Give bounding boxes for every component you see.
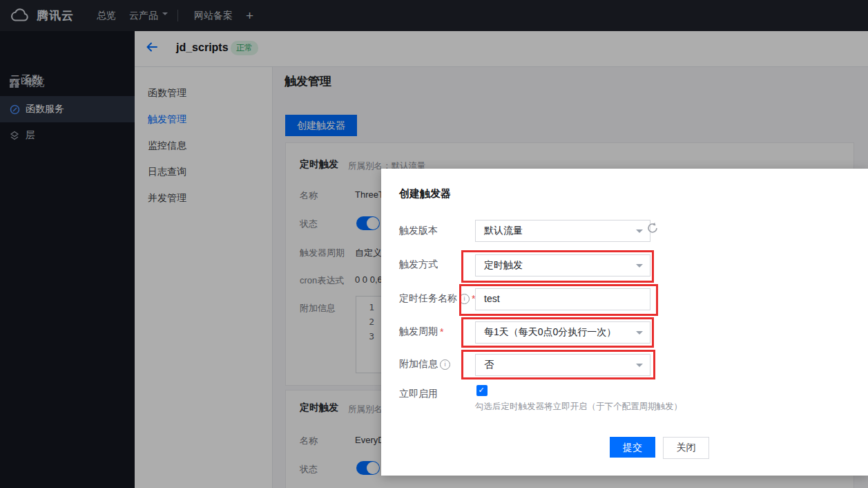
refresh-icon[interactable]	[646, 222, 659, 237]
info-icon[interactable]	[459, 294, 470, 304]
required-asterisk: *	[440, 326, 443, 337]
method-select[interactable]: 定时触发	[475, 254, 650, 276]
task-name-label: 定时任务名称 *	[399, 292, 475, 305]
method-select-value: 定时触发	[484, 259, 523, 270]
cycle-select[interactable]: 每1天（每天0点0分执行一次）	[475, 321, 650, 344]
modal-title: 创建触发器	[399, 187, 451, 200]
extra-label: 附加信息	[399, 358, 450, 370]
submit-button[interactable]: 提交	[610, 437, 655, 458]
task-name-input[interactable]: test	[475, 288, 650, 310]
cycle-select-value: 每1天（每天0点0分执行一次）	[484, 326, 616, 337]
extra-select-value: 否	[484, 359, 494, 370]
version-select-value: 默认流量	[484, 225, 523, 236]
method-label: 触发方式	[399, 259, 438, 271]
cycle-label: 触发周期 *	[399, 326, 443, 338]
create-trigger-modal: 创建触发器 触发版本 默认流量 触发方式 定时触发 定时任务名称 * test …	[381, 169, 868, 476]
enable-label: 立即启用	[399, 388, 438, 400]
enable-checkbox[interactable]	[476, 385, 488, 396]
extra-select[interactable]: 否	[475, 354, 650, 376]
version-label: 触发版本	[399, 225, 438, 237]
info-icon[interactable]	[440, 359, 450, 370]
version-select[interactable]: 默认流量	[475, 220, 650, 242]
enable-hint: 勾选后定时触发器将立即开启（于下个配置周期触发）	[475, 401, 682, 413]
close-button[interactable]: 关闭	[663, 437, 709, 459]
